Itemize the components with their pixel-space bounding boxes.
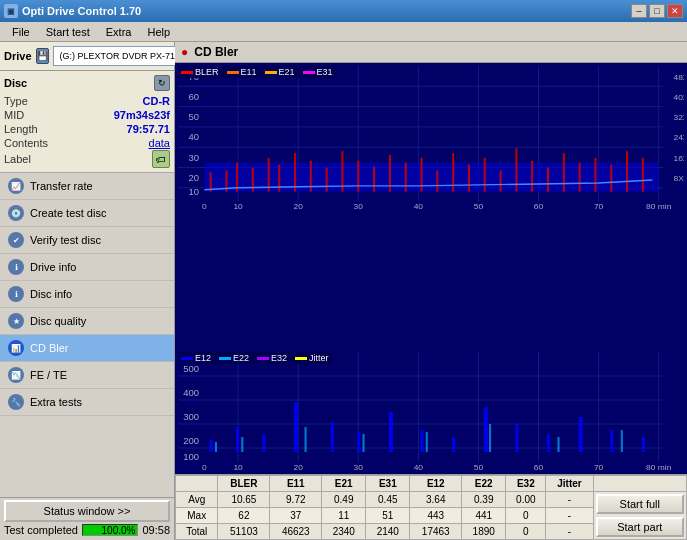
svg-rect-110: [241, 437, 243, 452]
status-window-button[interactable]: Status window >>: [4, 500, 170, 522]
svg-rect-61: [563, 153, 565, 192]
disc-contents-value[interactable]: data: [149, 137, 170, 149]
svg-rect-94: [210, 440, 213, 452]
cd-bler-icon: 📊: [8, 340, 24, 356]
legend-jitter: Jitter: [295, 353, 329, 363]
svg-text:200: 200: [183, 436, 199, 446]
sidebar-item-drive-info[interactable]: ℹ Drive info: [0, 254, 174, 281]
disc-refresh-button[interactable]: ↻: [154, 75, 170, 91]
stats-max-bler: 62: [218, 508, 270, 524]
legend-e31-color: [303, 71, 315, 74]
svg-text:32X: 32X: [673, 113, 684, 122]
disc-section: Disc ↻ Type CD-R MID 97m34s23f Length 79…: [0, 71, 174, 173]
svg-rect-60: [547, 168, 549, 192]
content-area: ● CD Bler BLER E11 E21 E31: [175, 42, 687, 540]
sidebar-item-disc-info[interactable]: ℹ Disc info: [0, 281, 174, 308]
stats-total-e31: 2140: [366, 524, 410, 540]
svg-text:10: 10: [189, 187, 200, 197]
sidebar-item-extra-tests[interactable]: 🔧 Extra tests: [0, 389, 174, 416]
svg-rect-98: [331, 422, 334, 452]
svg-rect-114: [489, 424, 491, 452]
stats-header-empty: [176, 476, 218, 492]
menu-file[interactable]: File: [4, 24, 38, 40]
stats-avg-jitter: -: [546, 492, 593, 508]
stats-header-e21: E21: [322, 476, 366, 492]
menu-help[interactable]: Help: [139, 24, 178, 40]
sidebar-item-create-test-disc[interactable]: 💿 Create test disc: [0, 200, 174, 227]
sidebar-item-fe-te[interactable]: 📉 FE / TE: [0, 362, 174, 389]
svg-rect-64: [610, 165, 612, 192]
sidebar-item-drive-info-label: Drive info: [30, 261, 76, 273]
svg-text:400: 400: [183, 388, 199, 398]
svg-rect-48: [357, 161, 359, 192]
legend-e21-color: [265, 71, 277, 74]
legend-e12-color: [181, 357, 193, 360]
svg-rect-96: [262, 434, 265, 452]
disc-contents-row: Contents data: [4, 136, 170, 150]
stats-header-e22: E22: [462, 476, 506, 492]
stats-avg-e12: 3.64: [410, 492, 462, 508]
disc-type-label: Type: [4, 95, 28, 107]
svg-rect-115: [558, 437, 560, 452]
stats-header-e11: E11: [270, 476, 322, 492]
svg-text:60: 60: [189, 92, 200, 102]
stats-total-e11: 46623: [270, 524, 322, 540]
progress-bar: 100.0%: [82, 524, 138, 536]
stats-total-e32: 0: [506, 524, 546, 540]
svg-rect-56: [484, 158, 486, 192]
svg-rect-58: [515, 148, 517, 192]
drive-label: Drive: [4, 50, 32, 62]
svg-rect-59: [531, 161, 533, 192]
svg-text:40X: 40X: [673, 93, 684, 102]
chart-header: ● CD Bler: [175, 42, 687, 63]
svg-text:16X: 16X: [673, 154, 684, 163]
svg-rect-52: [420, 158, 422, 192]
maximize-button[interactable]: □: [649, 4, 665, 18]
sidebar-item-disc-quality[interactable]: ★ Disc quality: [0, 308, 174, 335]
svg-text:60: 60: [534, 463, 544, 472]
svg-rect-101: [420, 430, 423, 452]
disc-quality-icon: ★: [8, 313, 24, 329]
svg-text:10: 10: [233, 202, 243, 211]
sidebar-item-cd-bler[interactable]: 📊 CD Bler: [0, 335, 174, 362]
stats-total-bler: 51103: [218, 524, 270, 540]
menu-start-test[interactable]: Start test: [38, 24, 98, 40]
app-icon: ▣: [4, 4, 18, 18]
sidebar-item-verify-test-disc[interactable]: ✔ Verify test disc: [0, 227, 174, 254]
app-title: Opti Drive Control 1.70: [22, 5, 141, 17]
menu-extra[interactable]: Extra: [98, 24, 140, 40]
test-completed-bar: Test completed 100.0% 09:58: [4, 522, 170, 538]
stats-header-e31: E31: [366, 476, 410, 492]
start-part-button[interactable]: Start part: [596, 517, 684, 537]
disc-label-icon[interactable]: 🏷: [152, 150, 170, 168]
stats-max-label: Max: [176, 508, 218, 524]
stats-avg-label: Avg: [176, 492, 218, 508]
svg-rect-51: [405, 163, 407, 192]
disc-mid-label: MID: [4, 109, 24, 121]
svg-text:30: 30: [354, 202, 364, 211]
svg-text:50: 50: [189, 112, 200, 122]
svg-rect-111: [305, 427, 307, 452]
sidebar-item-extra-tests-label: Extra tests: [30, 396, 82, 408]
svg-rect-104: [515, 424, 518, 452]
start-full-button[interactable]: Start full: [596, 494, 684, 514]
extra-tests-icon: 🔧: [8, 394, 24, 410]
svg-text:50: 50: [474, 202, 484, 211]
legend-jitter-color: [295, 357, 307, 360]
legend-e32-color: [257, 357, 269, 360]
stats-avg-e11: 9.72: [270, 492, 322, 508]
svg-text:8X: 8X: [673, 174, 684, 183]
bottom-bar: Status window >> Test completed 100.0% 0…: [0, 497, 174, 540]
svg-rect-107: [610, 430, 613, 452]
drive-info-icon: ℹ: [8, 259, 24, 275]
close-button[interactable]: ✕: [667, 4, 683, 18]
create-test-disc-icon: 💿: [8, 205, 24, 221]
sidebar-item-cd-bler-label: CD Bler: [30, 342, 69, 354]
minimize-button[interactable]: –: [631, 4, 647, 18]
sidebar-item-transfer-rate[interactable]: 📈 Transfer rate: [0, 173, 174, 200]
stats-data-table: BLER E11 E21 E31 E12 E22 E32 Jitter: [175, 475, 687, 540]
disc-info-icon: ℹ: [8, 286, 24, 302]
top-chart-container: BLER E11 E21 E31: [178, 66, 684, 350]
disc-length-label: Length: [4, 123, 38, 135]
svg-text:80 min: 80 min: [646, 202, 671, 211]
